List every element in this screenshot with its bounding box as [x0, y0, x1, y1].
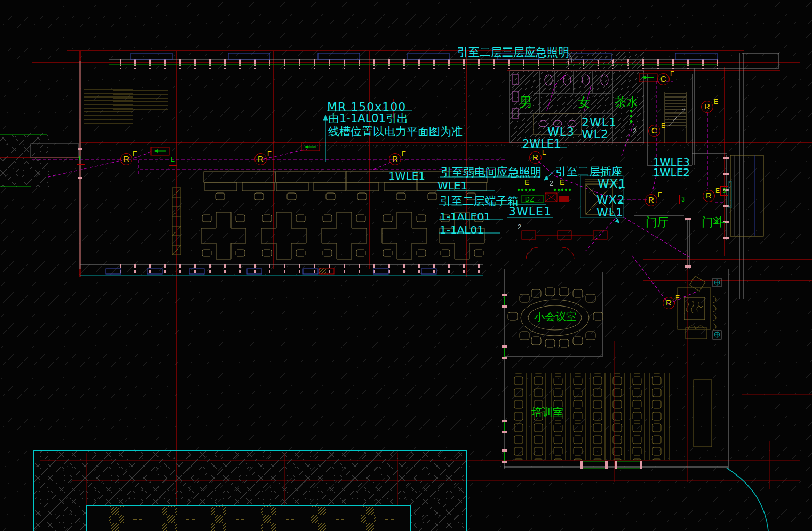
- emergency-light-marker: RE: [701, 101, 718, 113]
- emergency-light-marker: RE: [663, 297, 679, 309]
- switch-3-box: 3: [720, 186, 728, 196]
- wire-count-label: 2: [518, 223, 521, 231]
- circuit-wl1: WL1: [596, 207, 624, 219]
- wire-count-label: 2: [633, 127, 636, 135]
- circuit-wx2: WX2: [596, 194, 625, 206]
- canopy-structure: [33, 450, 467, 531]
- floor-plan-linework: [0, 0, 812, 531]
- room-label-vestibule: 门斗: [702, 216, 725, 228]
- emergency-light-marker: RE: [389, 153, 405, 165]
- room-label-women: 女: [578, 96, 591, 109]
- ceiling-light-marker: CE: [648, 125, 665, 137]
- circuit-2wle1: 2WLE1: [522, 139, 561, 150]
- emergency-exit-box: E: [77, 154, 85, 165]
- ground-patch-left: [0, 133, 49, 187]
- feeder-1-1al01: 1-1AL01: [440, 224, 484, 235]
- ceiling-light-marker: CE: [657, 73, 674, 85]
- circuit-1wle1: 1WLE1: [388, 171, 425, 181]
- emergency-exit-box: E: [169, 155, 177, 166]
- terminal-box-dz-label: DZ: [525, 196, 535, 203]
- note-socket-riser: 引至二层插座: [555, 166, 623, 178]
- circuit-3wle1: 3WLE1: [508, 206, 552, 218]
- emergency-light-marker: RE: [529, 151, 546, 164]
- circuit-1wle2: 1WLE2: [653, 167, 690, 178]
- circuit-wl2: WL2: [582, 128, 609, 140]
- note-weak-room: 引至弱电间应急照明: [441, 167, 542, 178]
- emergency-light-marker: RE: [645, 194, 662, 206]
- note-tray-spec: MR 150x100: [327, 101, 406, 113]
- note-tray-note: 线槽位置以电力平面图为准: [328, 126, 463, 138]
- circuit-wle1: WLE1: [437, 180, 467, 191]
- circuit-2wl1: 2WL1: [582, 117, 617, 128]
- emergency-light-marker: RE: [254, 153, 271, 165]
- wire-count-label: 2: [550, 179, 553, 187]
- feeder-1-1ale01: 1-1ALE01: [440, 211, 491, 222]
- strip-light-e-label: E: [560, 178, 564, 187]
- circuit-wl3: WL3: [547, 126, 575, 138]
- switch-3-box: 3: [679, 195, 687, 204]
- circuit-wx1: WX1: [598, 178, 626, 190]
- room-label-lobby: 门厅: [646, 216, 669, 228]
- room-label-training: 培训室: [531, 407, 563, 417]
- cad-canvas[interactable]: 引至二层三层应急照明 MR 150x100 由1-1AL01引出 线槽位置以电力…: [0, 0, 812, 531]
- room-label-meeting: 小会议室: [534, 311, 577, 322]
- note-emergency-riser: 引至二层三层应急照明: [457, 47, 569, 58]
- room-label-tea: 茶水: [615, 96, 638, 108]
- emergency-light-marker: RE: [703, 190, 719, 202]
- window-band-bottom: [80, 264, 483, 275]
- emergency-light-marker: RE: [120, 153, 137, 165]
- strip-light-e-label: E: [524, 178, 529, 187]
- note-terminal-box: 引至二层端子箱: [440, 196, 519, 207]
- note-tray-from: 由1-1AL01引出: [328, 113, 408, 124]
- room-label-men: 男: [520, 96, 532, 109]
